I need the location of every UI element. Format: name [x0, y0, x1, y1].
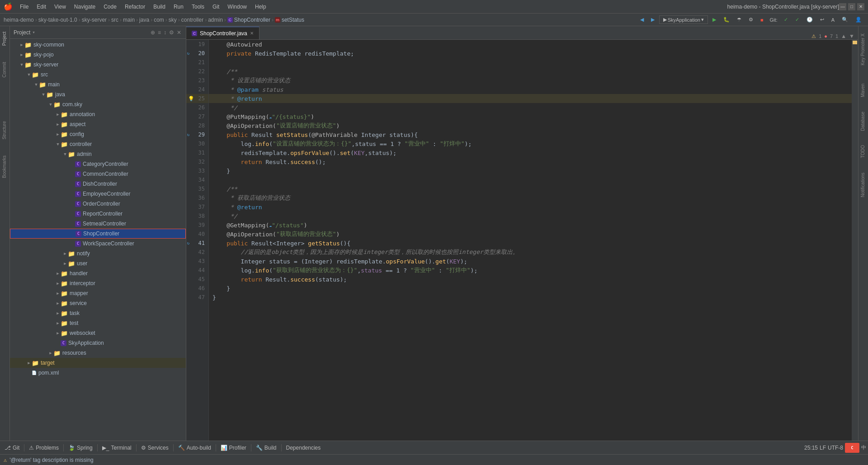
breadcrumb-com[interactable]: com	[154, 17, 164, 23]
minimize-button[interactable]: —	[839, 3, 846, 10]
tree-mapper[interactable]: ▶ 📁 mapper	[10, 288, 186, 298]
git-history[interactable]: 🕐	[804, 16, 816, 23]
tree-reportcontroller[interactable]: C ReportController	[10, 209, 186, 219]
sidebar-sync-button[interactable]: ⊕	[150, 28, 156, 37]
menu-view[interactable]: View	[51, 3, 70, 11]
tree-service[interactable]: ▶ 📁 service	[10, 298, 186, 308]
menu-tools[interactable]: Tools	[188, 3, 208, 11]
tree-categorycontroller[interactable]: C CategoryController	[10, 159, 186, 169]
code-editor[interactable]: @Autowired private RedisTemplate redisTe…	[209, 40, 852, 441]
forward-button[interactable]: ▶	[648, 16, 657, 23]
settings-button[interactable]: 👤	[853, 16, 864, 23]
breadcrumb-sky-takeout[interactable]: sky-take-out-1.0	[38, 17, 77, 23]
database-tab[interactable]: Database	[859, 108, 868, 135]
services-item[interactable]: ⚙ Services	[138, 444, 171, 452]
tree-user[interactable]: ▶ 📁 user	[10, 258, 186, 268]
project-tab[interactable]: Project	[1, 28, 9, 49]
breadcrumb-shopcontroller[interactable]: ShopController	[234, 17, 270, 23]
editor-tab-shopcontroller[interactable]: C ShopController.java ✕	[186, 27, 259, 39]
git-rollback[interactable]: ↩	[817, 16, 827, 23]
terminal-item[interactable]: ▶_ Terminal	[99, 444, 134, 452]
collapse-button[interactable]: ▼	[849, 33, 854, 39]
maximize-button[interactable]: □	[848, 3, 855, 10]
breadcrumb-admin[interactable]: admin	[208, 17, 223, 23]
dropdown-chevron[interactable]: ▾	[32, 29, 35, 35]
menu-help[interactable]: Help	[251, 3, 270, 11]
back-button[interactable]: ◀	[637, 16, 646, 23]
tree-target[interactable]: ▶ 📁 target	[10, 358, 186, 368]
breadcrumb-src[interactable]: src	[111, 17, 118, 23]
maven-tab[interactable]: Maven	[859, 80, 868, 101]
breadcrumb-main[interactable]: main	[123, 17, 135, 23]
breadcrumb-controller[interactable]: controller	[181, 17, 203, 23]
menu-navigate[interactable]: Navigate	[71, 3, 99, 11]
debug-button[interactable]: 🐛	[721, 16, 732, 23]
dependencies-item[interactable]: Dependencies	[283, 444, 324, 452]
menu-code[interactable]: Code	[100, 3, 120, 11]
close-button[interactable]: ✕	[857, 3, 864, 10]
sidebar-collapse-button[interactable]: ≡	[157, 28, 162, 37]
search-button[interactable]: 🔍	[839, 16, 851, 23]
autobuild-item[interactable]: 🔨 Auto-build	[175, 444, 214, 452]
key-promoter-tab[interactable]: Key Promoter X	[859, 30, 868, 69]
tree-sky-pojo[interactable]: ▶ 📁 sky-pojo	[10, 50, 186, 60]
bookmarks-tab[interactable]: Bookmarks	[1, 152, 9, 182]
tree-employeecontroller[interactable]: C EmployeeController	[10, 189, 186, 199]
menu-refactor[interactable]: Refactor	[121, 3, 149, 11]
run-config-button[interactable]: ▶ SkyApplication ▾	[659, 15, 708, 24]
tree-pom-xml[interactable]: 📄 pom.xml	[10, 368, 186, 378]
tree-websocket[interactable]: ▶ 📁 websocket	[10, 328, 186, 338]
tree-notify[interactable]: ▶ 📁 notify	[10, 249, 186, 258]
tree-aspect[interactable]: ▶ 📁 aspect	[10, 119, 186, 129]
tree-sky-server[interactable]: ▼ 📁 sky-server	[10, 60, 186, 70]
tree-interceptor[interactable]: ▶ 📁 interceptor	[10, 278, 186, 288]
spring-item[interactable]: 🍃 Spring	[66, 444, 95, 452]
menu-file[interactable]: File	[16, 3, 32, 11]
stop-button[interactable]: ■	[758, 16, 766, 23]
tree-ordercontroller[interactable]: C OrderController	[10, 199, 186, 209]
menu-build[interactable]: Build	[150, 3, 169, 11]
tree-setmealcontroller[interactable]: C SetmealController	[10, 219, 186, 229]
build-item[interactable]: 🔧 Build	[253, 444, 279, 452]
tree-sky-common[interactable]: ▶ 📁 sky-common	[10, 40, 186, 50]
tree-com-sky[interactable]: ▼ 📁 com.sky	[10, 99, 186, 109]
breadcrumb-sky[interactable]: sky	[169, 17, 177, 23]
editor-scrollbar[interactable]	[852, 40, 858, 441]
expand-button[interactable]: ▲	[841, 33, 846, 39]
tree-admin[interactable]: ▼ 📁 admin	[10, 149, 186, 159]
structure-tab[interactable]: Structure	[1, 117, 9, 143]
tree-config[interactable]: ▶ 📁 config	[10, 129, 186, 139]
commit-tab[interactable]: Commit	[1, 58, 9, 81]
tree-task[interactable]: ▶ 📁 task	[10, 308, 186, 318]
tree-shopcontroller[interactable]: C ShopController	[10, 229, 186, 239]
breadcrumb-setstatus[interactable]: setStatus	[282, 17, 304, 23]
breadcrumb-sky-server[interactable]: sky-server	[82, 17, 107, 23]
tree-java[interactable]: ▼ 📁 java	[10, 89, 186, 99]
tree-skyapplication[interactable]: C SkyApplication	[10, 338, 186, 348]
tree-annotation[interactable]: ▶ 📁 annotation	[10, 109, 186, 119]
git-check2[interactable]: ✓	[793, 16, 802, 23]
tree-main[interactable]: ▼ 📁 main	[10, 80, 186, 89]
breadcrumb-java[interactable]: java	[139, 17, 149, 23]
git-status-item[interactable]: ⎇ Git	[2, 444, 22, 452]
coverage-button[interactable]: ☂	[734, 16, 744, 23]
problems-item[interactable]: ⚠ Problems	[26, 444, 61, 452]
menu-edit[interactable]: Edit	[33, 3, 50, 11]
tab-close-button[interactable]: ✕	[250, 31, 254, 36]
sidebar-close-button[interactable]: ✕	[176, 28, 182, 37]
run-button[interactable]: ▶	[710, 16, 719, 23]
sidebar-settings-button[interactable]: ⚙	[168, 28, 175, 37]
build-button[interactable]: ⚙	[746, 16, 756, 23]
tree-commoncontroller[interactable]: C CommonController	[10, 169, 186, 179]
menu-window[interactable]: Window	[224, 3, 250, 11]
tree-src[interactable]: ▼ 📁 src	[10, 70, 186, 80]
breadcrumb-heima-demo[interactable]: heima-demo	[4, 17, 34, 23]
tree-workspacecontroller[interactable]: C WorkSpaceController	[10, 239, 186, 249]
todo-tab[interactable]: TODO	[859, 141, 868, 162]
tree-controller[interactable]: ▼ 📁 controller	[10, 139, 186, 149]
tree-dishcontroller[interactable]: C DishController	[10, 179, 186, 189]
tree-handler[interactable]: ▶ 📁 handler	[10, 268, 186, 278]
translate-button[interactable]: A	[829, 16, 837, 23]
tree-test[interactable]: ▶ 📁 test	[10, 318, 186, 328]
git-check1[interactable]: ✓	[781, 16, 791, 23]
